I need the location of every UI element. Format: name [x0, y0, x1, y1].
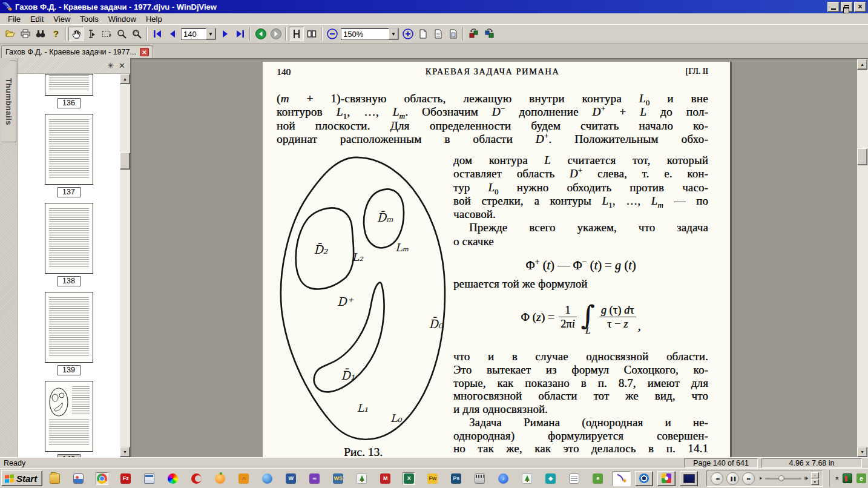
- scroll-up-arrow[interactable]: ▲: [120, 74, 130, 84]
- settings-gear-icon[interactable]: ✳: [107, 62, 114, 70]
- menu-file[interactable]: File: [4, 14, 25, 24]
- previous-page-button[interactable]: [165, 27, 180, 41]
- windjview-taskbar-button[interactable]: [613, 471, 631, 486]
- forward-button[interactable]: [268, 27, 283, 41]
- fit-page-button[interactable]: [446, 27, 461, 41]
- teal-diamond-icon[interactable]: ◆: [544, 472, 557, 485]
- navy-app-taskbar-button[interactable]: [680, 471, 698, 486]
- page-thumbnail[interactable]: [45, 381, 93, 452]
- tab-close-button[interactable]: ✕: [140, 48, 149, 56]
- rotate-left-button[interactable]: [466, 27, 481, 41]
- select-tool-button[interactable]: [84, 27, 99, 41]
- scrollbar-thumb[interactable]: [857, 148, 867, 165]
- word-icon[interactable]: W: [284, 472, 297, 485]
- page-thumbnail[interactable]: [45, 203, 93, 274]
- winscp-icon[interactable]: WS: [332, 472, 344, 485]
- menu-help[interactable]: Help: [142, 14, 166, 24]
- volume-up-icon[interactable]: 🕪: [804, 475, 808, 482]
- tray-evernote-icon[interactable]: e: [856, 473, 866, 483]
- zoom-level-input[interactable]: [341, 29, 389, 39]
- zoom-tool-button[interactable]: [114, 27, 129, 41]
- filezilla-icon[interactable]: Fz: [119, 472, 132, 485]
- page-thumbnail[interactable]: [45, 114, 93, 185]
- thumbnails-scrollbar[interactable]: ▲ ▼: [120, 74, 130, 457]
- zoom-region-button[interactable]: [129, 27, 144, 41]
- open-button[interactable]: [2, 27, 18, 41]
- tray-app-icon[interactable]: [843, 473, 852, 483]
- red-crescent-icon[interactable]: [190, 472, 203, 485]
- color-wheel-icon[interactable]: [166, 472, 179, 485]
- thumbnail-page-label[interactable]: 138: [58, 276, 81, 286]
- facing-pages-button[interactable]: [304, 27, 319, 41]
- scroll-down-arrow[interactable]: ▼: [857, 447, 867, 457]
- print-button[interactable]: [18, 27, 33, 41]
- rotate-right-button[interactable]: [481, 27, 496, 41]
- page-number-input[interactable]: [182, 29, 206, 39]
- itunes-icon[interactable]: ♪: [497, 472, 510, 485]
- page-dropdown-arrow[interactable]: ▼: [206, 28, 215, 39]
- blue-globe-icon[interactable]: [261, 472, 274, 485]
- scrollbar-thumb[interactable]: [120, 153, 130, 170]
- headphones-icon[interactable]: ∩: [237, 472, 250, 485]
- image-viewer-icon[interactable]: [72, 472, 85, 485]
- picasa-taskbar-button[interactable]: [657, 471, 676, 486]
- media-restore-button[interactable]: ▫: [811, 472, 819, 478]
- volume-down-icon[interactable]: 🕨: [758, 475, 761, 482]
- tray-chevron-icon[interactable]: »: [833, 476, 840, 480]
- first-page-button[interactable]: [150, 27, 165, 41]
- page-number-combo[interactable]: ▼: [181, 28, 216, 40]
- app-window-icon[interactable]: [143, 472, 156, 485]
- folder-icon[interactable]: [48, 472, 61, 485]
- zoom-in-button[interactable]: [400, 27, 415, 41]
- continuous-layout-button[interactable]: [289, 27, 304, 41]
- tree-icon[interactable]: [355, 472, 368, 485]
- page-thumbnail[interactable]: [45, 74, 93, 96]
- document-view[interactable]: 140 КРАЕВАЯ ЗАДАЧА РИМАНА [ГЛ. II (m + 1…: [130, 58, 857, 457]
- thumbnails-tab[interactable]: Thumbnails: [2, 61, 16, 142]
- chrome-icon[interactable]: [96, 472, 108, 485]
- restore-button[interactable]: [841, 2, 853, 12]
- miranda-icon[interactable]: M: [379, 472, 392, 485]
- rect-select-button[interactable]: [99, 27, 114, 41]
- panel-close-icon[interactable]: ✕: [119, 62, 125, 70]
- media-next-button[interactable]: ▸▸: [742, 472, 755, 485]
- actual-size-button[interactable]: [415, 27, 430, 41]
- evernote-icon[interactable]: e: [591, 472, 604, 485]
- scroll-up-arrow[interactable]: ▲: [857, 59, 867, 70]
- next-page-button[interactable]: [217, 27, 232, 41]
- thumbnail-page-label[interactable]: 136: [58, 98, 81, 108]
- minimize-button[interactable]: [827, 2, 840, 12]
- zoom-level-combo[interactable]: ▼: [341, 28, 399, 40]
- page-thumbnail[interactable]: [45, 292, 93, 363]
- excel-icon[interactable]: X: [403, 472, 415, 485]
- zoom-out-button[interactable]: [324, 27, 340, 41]
- menu-view[interactable]: View: [49, 14, 74, 24]
- scroll-down-arrow[interactable]: ▼: [120, 447, 130, 457]
- tree2-icon[interactable]: [521, 472, 533, 485]
- notepad-icon[interactable]: [568, 472, 580, 485]
- find-button[interactable]: [33, 27, 48, 41]
- close-button[interactable]: ×: [854, 2, 866, 12]
- back-button[interactable]: [253, 27, 268, 41]
- fireworks-icon[interactable]: Fw: [426, 472, 439, 485]
- start-button[interactable]: Start: [1, 470, 42, 486]
- media-previous-button[interactable]: ◂◂: [711, 472, 723, 485]
- fit-width-button[interactable]: [430, 27, 446, 41]
- photoshop-icon[interactable]: Ps: [450, 472, 462, 485]
- menu-edit[interactable]: Edit: [26, 14, 48, 24]
- fl-studio-icon[interactable]: [214, 472, 226, 485]
- document-tab[interactable]: Гахов Ф.Д. - Краевые задачи - 1977... ✕: [1, 45, 153, 58]
- help-button[interactable]: ?: [48, 27, 63, 41]
- thumbnail-page-label[interactable]: 137: [58, 187, 81, 197]
- movie-maker-icon[interactable]: [473, 472, 486, 485]
- thumbnail-page-label[interactable]: 139: [58, 365, 81, 375]
- blue-app-taskbar-button[interactable]: [635, 471, 653, 486]
- zoom-dropdown-arrow[interactable]: ▼: [389, 28, 398, 39]
- volume-slider[interactable]: [765, 478, 801, 480]
- menu-tools[interactable]: Tools: [76, 14, 102, 24]
- media-dropdown-button[interactable]: ▾: [811, 479, 819, 485]
- volume-slider-thumb[interactable]: [778, 475, 784, 481]
- last-page-button[interactable]: [232, 27, 248, 41]
- menu-window[interactable]: Window: [104, 14, 140, 24]
- media-pause-button[interactable]: ❚❚: [726, 472, 739, 485]
